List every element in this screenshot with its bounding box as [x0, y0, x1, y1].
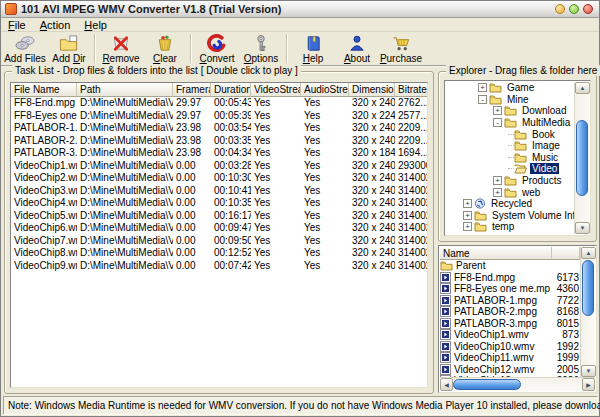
tree-item-video[interactable]: Video [446, 163, 574, 175]
add-dir-button[interactable]: Add Dir [47, 32, 91, 65]
scroll-down-icon[interactable]: ▼ [575, 222, 590, 234]
task-row[interactable]: PATLABOR-1.mpgD:\Mine\MultiMedia\Video23… [11, 122, 427, 135]
task-cell: 0.00 [173, 260, 211, 273]
maximize-button[interactable] [569, 4, 579, 14]
scroll-left-icon[interactable]: ◀ [440, 378, 453, 391]
explorer-tree[interactable]: +Game-Mine+Download-MultiMediaBookImageM… [444, 80, 591, 236]
scroll-right-icon[interactable]: ▶ [582, 378, 595, 391]
task-row[interactable]: FF8-Eyes one me...D:\Mine\MultiMedia\Vid… [11, 110, 427, 123]
file-item-patlabor-1-mpg[interactable]: PATLABOR-1.mpg7722 [440, 295, 580, 307]
file-item-patlabor-2-mpg[interactable]: PATLABOR-2.mpg8168 [440, 306, 580, 318]
file-item-ff8-end-mpg[interactable]: FF8-End.mpg6173 [440, 272, 580, 284]
purchase-button[interactable]: Purchase [379, 32, 423, 65]
tree-item-download[interactable]: +Download [446, 105, 574, 117]
tree-item-game[interactable]: +Game [446, 82, 574, 94]
task-cell: 0.00 [173, 222, 211, 235]
task-row[interactable]: PATLABOR-2.mpgD:\Mine\MultiMedia\Video23… [11, 135, 427, 148]
column-header-framerate[interactable]: Framerate [173, 83, 211, 97]
expand-icon[interactable]: + [463, 211, 472, 220]
tree-item-book[interactable]: Book [446, 128, 574, 140]
expand-icon[interactable]: + [463, 199, 472, 208]
tree-item-products[interactable]: +Products [446, 175, 574, 187]
task-cell: 00:09:50 [211, 235, 251, 248]
file-item-videochip1-wmv[interactable]: VideoChip1.wmv873 [440, 329, 580, 341]
tree-item-music[interactable]: Music [446, 152, 574, 164]
window-controls [555, 4, 595, 14]
clear-icon [154, 34, 176, 53]
task-cell: 2209... [395, 135, 428, 148]
column-header-bitrate[interactable]: Bitrate [395, 83, 428, 97]
task-cell: 00:12:52 [211, 247, 251, 260]
task-row[interactable]: VideoChip6.wmvD:\Mine\MultiMedia\Video0.… [11, 222, 427, 235]
column-header-dimensions[interactable]: Dimensions [349, 83, 395, 97]
tree-item-mine[interactable]: -Mine [446, 94, 574, 106]
task-cell: 23.98 [173, 122, 211, 135]
remove-button[interactable]: Remove [99, 32, 143, 65]
scroll-down-icon[interactable]: ▼ [581, 365, 596, 377]
convert-button[interactable]: Convert [195, 32, 239, 65]
help-button[interactable]: Help [291, 32, 335, 65]
tree-item-temp[interactable]: +temp [446, 221, 574, 233]
column-header-audiostream[interactable]: AudioStream [301, 83, 349, 97]
tree-vertical-scrollbar[interactable]: ▲ ▼ [574, 82, 589, 234]
options-button[interactable]: Options [239, 32, 283, 65]
file-item-parent[interactable]: Parent [440, 260, 580, 272]
expand-icon[interactable]: + [493, 106, 502, 115]
task-row[interactable]: PATLABOR-3.mpgD:\Mine\MultiMedia\Video23… [11, 147, 427, 160]
task-row[interactable]: VideoChip2.wmvD:\Mine\MultiMedia\Video0.… [11, 172, 427, 185]
menu-file[interactable]: File [1, 19, 33, 31]
expand-icon[interactable]: + [493, 188, 502, 197]
file-item-videochip11-wmv[interactable]: VideoChip11.wmv1999 [440, 352, 580, 364]
file-item-videochip10-wmv[interactable]: VideoChip10.wmv1992 [440, 341, 580, 353]
tree-item-multimedia[interactable]: -MultiMedia [446, 117, 574, 129]
file-scroll-thumb[interactable] [582, 260, 594, 316]
task-row[interactable]: VideoChip4.wmvD:\Mine\MultiMedia\Video0.… [11, 197, 427, 210]
task-row[interactable]: VideoChip3.wmvD:\Mine\MultiMedia\Video0.… [11, 185, 427, 198]
task-cell: Yes [251, 147, 301, 160]
task-row[interactable]: VideoChip1.wmvD:\Mine\MultiMedia\Video0.… [11, 160, 427, 173]
tree-scroll-thumb[interactable] [576, 120, 588, 196]
file-vertical-scrollbar[interactable]: ▲ ▼ [580, 247, 595, 377]
column-header-videostream[interactable]: VideoStream [251, 83, 301, 97]
tree-item-system-volume-information[interactable]: +System Volume Information [446, 210, 574, 222]
file-list-panel[interactable]: Name ParentFF8-End.mpg6173FF8-Eyes one m… [438, 245, 597, 393]
menu-action[interactable]: Action [33, 19, 78, 31]
file-hscroll-thumb[interactable] [453, 379, 521, 390]
title-bar[interactable]: 101 AVI MPEG WMV Converter V1.8 (Trial V… [1, 1, 599, 18]
minimize-button[interactable] [555, 4, 565, 14]
column-header-path[interactable]: Path [77, 83, 173, 97]
collapse-icon[interactable]: - [478, 95, 487, 104]
scroll-up-icon[interactable]: ▲ [575, 82, 590, 94]
file-item-ff8-eyes-one-me-mpg[interactable]: FF8-Eyes one me.mpg4360 [440, 283, 580, 295]
task-row[interactable]: VideoChip7.wmvD:\Mine\MultiMedia\Video0.… [11, 235, 427, 248]
tree-item-web[interactable]: +web [446, 186, 574, 198]
column-header-duration[interactable]: Duration [211, 83, 251, 97]
file-size: 6173 [550, 272, 580, 283]
tree-item-tool[interactable]: +Tool [446, 233, 574, 234]
task-cell: 00:05:39 [211, 110, 251, 123]
file-item-videochip12-wmv[interactable]: VideoChip12.wmv2005 [440, 364, 580, 376]
task-row[interactable]: FF8-End.mpgD:\Mine\MultiMedia\Video29.97… [11, 97, 427, 110]
column-header-name[interactable]: Name [440, 247, 552, 260]
task-list-view[interactable]: File Name Path Framerate Duration VideoS… [10, 82, 428, 388]
tree-item-recycled[interactable]: +Recycled [446, 198, 574, 210]
file-horizontal-scrollbar[interactable]: ◀ ▶ [440, 377, 595, 391]
tree-item-image[interactable]: Image [446, 140, 574, 152]
file-item-patlabor-3-mpg[interactable]: PATLABOR-3.mpg8015 [440, 318, 580, 330]
column-header-size[interactable] [552, 247, 580, 260]
menu-help[interactable]: Help [77, 19, 114, 31]
about-button[interactable]: About [335, 32, 379, 65]
add-files-button[interactable]: Add Files [3, 32, 47, 65]
task-row[interactable]: VideoChip8.wmvD:\Mine\MultiMedia\Video0.… [11, 247, 427, 260]
expand-icon[interactable]: + [463, 222, 472, 231]
column-header-file-name[interactable]: File Name [11, 83, 77, 97]
close-button[interactable] [583, 4, 593, 14]
collapse-icon[interactable]: - [493, 118, 502, 127]
task-row[interactable]: VideoChip9.wmvD:\Mine\MultiMedia\Video0.… [11, 260, 427, 273]
task-row[interactable]: VideoChip5.wmvD:\Mine\MultiMedia\Video0.… [11, 210, 427, 223]
scroll-up-icon[interactable]: ▲ [581, 247, 596, 259]
clear-button[interactable]: Clear [143, 32, 187, 65]
expand-icon[interactable]: + [493, 176, 502, 185]
file-size: 8168 [550, 306, 580, 317]
expand-icon[interactable]: + [478, 83, 487, 92]
